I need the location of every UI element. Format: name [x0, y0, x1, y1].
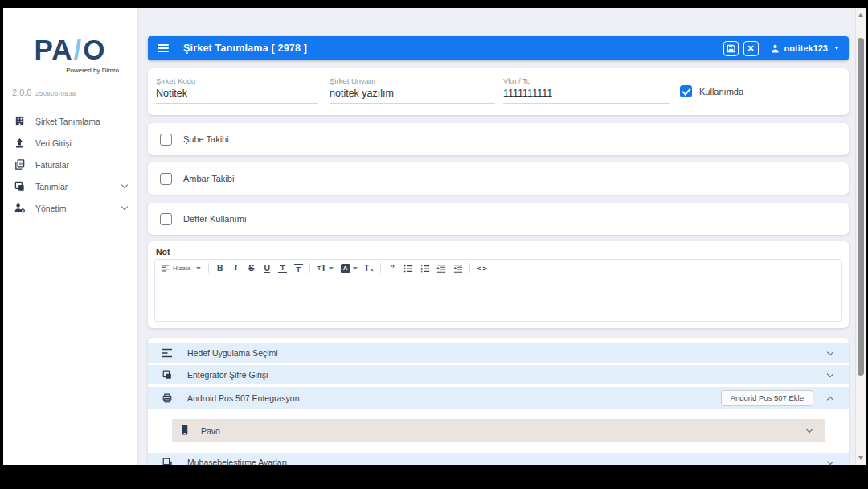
- sirket-kodu-input[interactable]: Notitek: [156, 88, 318, 104]
- accordion-label: Muhasebeleştirme Ayarları: [187, 458, 287, 465]
- sidebar-item-label: Şirket Tanımlama: [35, 117, 100, 126]
- defter-kullanimi-card: Defter Kullanımı: [148, 203, 849, 235]
- chevron-down-icon: [121, 182, 128, 188]
- sirket-unvani-input[interactable]: notitek yazılım: [330, 88, 495, 104]
- android-pos-ekle-button[interactable]: Andorid Pos 507 Ekle: [721, 390, 813, 406]
- upload-icon: [13, 137, 26, 150]
- strikethrough-icon[interactable]: S: [247, 264, 256, 273]
- font-color-icon: A: [341, 264, 350, 273]
- sidebar-item-sirket-tanimlama[interactable]: Şirket Tanımlama: [3, 110, 137, 132]
- increase-indent-icon[interactable]: [453, 264, 463, 273]
- scrollbar-thumb[interactable]: [858, 38, 864, 376]
- rich-text-editor: Hizala B I S U T T TT A: [154, 259, 842, 322]
- font-size-dropdown[interactable]: TT: [317, 264, 334, 273]
- user-menu-caret-icon: [834, 47, 839, 50]
- align-dropdown[interactable]: Hizala: [161, 264, 201, 273]
- checkbox-label: Ambar Takibi: [183, 174, 234, 183]
- blockquote-icon[interactable]: ”: [388, 263, 397, 273]
- header-actions: ✕ notitek123: [723, 41, 839, 56]
- accordion-label: Pavo: [201, 426, 220, 436]
- vkn-tc-input[interactable]: 1111111111: [503, 88, 669, 104]
- italic-icon[interactable]: I: [231, 264, 240, 273]
- field-label: Vkn / Tc: [503, 76, 669, 85]
- sube-takibi-card: Şube Takibi: [148, 123, 849, 155]
- ambar-takibi-checkbox[interactable]: [160, 173, 172, 185]
- close-icon: ✕: [747, 44, 754, 53]
- building-icon: [13, 115, 26, 128]
- field-label: Şirket Unvanı: [330, 76, 495, 85]
- ambar-takibi-card: Ambar Takibi: [148, 162, 849, 195]
- save-button[interactable]: [723, 41, 739, 56]
- overlap-squares-icon: [161, 457, 174, 465]
- copy-icon: [13, 180, 26, 193]
- phone-icon: [181, 424, 189, 438]
- sirket-unvani-field: Şirket Unvanı notitek yazılım: [330, 76, 495, 104]
- bold-icon[interactable]: B: [215, 264, 224, 273]
- superscript-icon[interactable]: T: [294, 264, 303, 273]
- vkn-tc-field: Vkn / Tc 1111111111: [503, 76, 669, 104]
- checkbox-label: Kullanımda: [699, 87, 743, 97]
- numbered-list-icon[interactable]: [420, 264, 430, 273]
- accordion-hedef-uygulama[interactable]: Hedef Uygulama Seçimi: [148, 343, 849, 363]
- scroll-up-arrow-icon[interactable]: [858, 13, 863, 17]
- list-lines-icon: [161, 348, 174, 358]
- user-gear-icon: [13, 202, 26, 215]
- sidebar-item-label: Veri Girişi: [35, 138, 72, 148]
- hamburger-menu-icon[interactable]: [158, 44, 169, 52]
- decrease-indent-icon[interactable]: [436, 264, 446, 273]
- close-button[interactable]: ✕: [743, 41, 759, 56]
- sidebar-item-label: Faturalar: [35, 160, 69, 170]
- note-label: Not: [156, 247, 170, 257]
- main-content: Şirket Tanımlama [ 2978 ] ✕ notitek123 Ş…: [137, 8, 866, 465]
- caret-down-icon: [329, 267, 334, 269]
- sidebar: PA/O Powered by Dimro 2.0.0 250806-0838 …: [3, 8, 137, 465]
- username: notitek123: [784, 43, 828, 53]
- sidebar-item-yonetim[interactable]: Yönetim: [3, 197, 137, 219]
- chevron-down-icon: [827, 370, 833, 376]
- font-color-dropdown[interactable]: A: [341, 264, 358, 273]
- align-left-icon: [161, 264, 170, 273]
- user-icon: [770, 43, 780, 54]
- accordion-pavo[interactable]: Pavo: [172, 419, 825, 442]
- editor-toolbar: Hizala B I S U T T TT A: [155, 260, 841, 277]
- settings-accordion-card: Hedef Uygulama Seçimi Entegratör Şifre G…: [148, 338, 849, 465]
- vertical-scrollbar[interactable]: [855, 8, 866, 465]
- pavo-logo: PA/O Powered by Dimro: [3, 35, 137, 74]
- app-version: 2.0.0 250806-0838: [3, 84, 137, 99]
- sidebar-item-label: Yönetim: [35, 203, 67, 213]
- sirket-kodu-field: Şirket Kodu Notitek: [156, 76, 318, 104]
- checkbox-label: Şube Takibi: [183, 134, 229, 144]
- logo-text: PA/O: [3, 35, 137, 64]
- user-menu[interactable]: notitek123: [770, 43, 839, 54]
- sidebar-item-faturalar[interactable]: Faturalar: [3, 154, 137, 175]
- field-label: Şirket Kodu: [156, 76, 318, 85]
- accordion-label: Android Pos 507 Entegrasyon: [187, 393, 300, 403]
- powered-by-text: Powered by Dimro: [3, 68, 137, 74]
- android-pos-expanded-panel: Pavo: [148, 412, 849, 450]
- kullanimda-checkbox[interactable]: [680, 85, 692, 97]
- defter-kullanimi-checkbox[interactable]: [160, 213, 172, 225]
- accordion-android-pos[interactable]: Android Pos 507 Entegrasyon Andorid Pos …: [148, 387, 849, 409]
- accordion-label: Entegratör Şifre Girişi: [187, 370, 268, 380]
- bullet-list-icon[interactable]: [403, 264, 413, 273]
- sidebar-item-tanimlar[interactable]: Tanımlar: [3, 175, 137, 197]
- accordion-entegrator-sifre[interactable]: Entegratör Şifre Girişi: [148, 365, 849, 384]
- sidebar-item-veri-girisi[interactable]: Veri Girişi: [3, 132, 137, 154]
- chevron-down-icon: [121, 203, 128, 210]
- chevron-up-icon: [827, 396, 833, 402]
- accordion-label: Hedef Uygulama Seçimi: [187, 348, 278, 358]
- subscript-icon[interactable]: T: [278, 264, 287, 273]
- sidebar-nav: Şirket Tanımlama Veri Girişi Faturalar T…: [3, 110, 137, 219]
- company-form-card: Şirket Kodu Notitek Şirket Unvanı notite…: [148, 68, 849, 115]
- chevron-down-icon: [827, 458, 833, 464]
- sube-takibi-checkbox[interactable]: [160, 134, 172, 146]
- accordion-muhasebelestirme[interactable]: Muhasebeleştirme Ayarları: [148, 453, 849, 465]
- scroll-down-arrow-icon[interactable]: [858, 456, 863, 460]
- clear-formatting-icon[interactable]: T×: [364, 264, 374, 273]
- page-header: Şirket Tanımlama [ 2978 ] ✕ notitek123: [148, 36, 849, 60]
- caret-down-icon: [196, 267, 201, 269]
- sidebar-item-label: Tanımlar: [35, 182, 68, 191]
- caret-down-icon: [353, 267, 358, 269]
- underline-icon[interactable]: U: [263, 264, 272, 273]
- code-block-icon[interactable]: <>: [477, 265, 488, 273]
